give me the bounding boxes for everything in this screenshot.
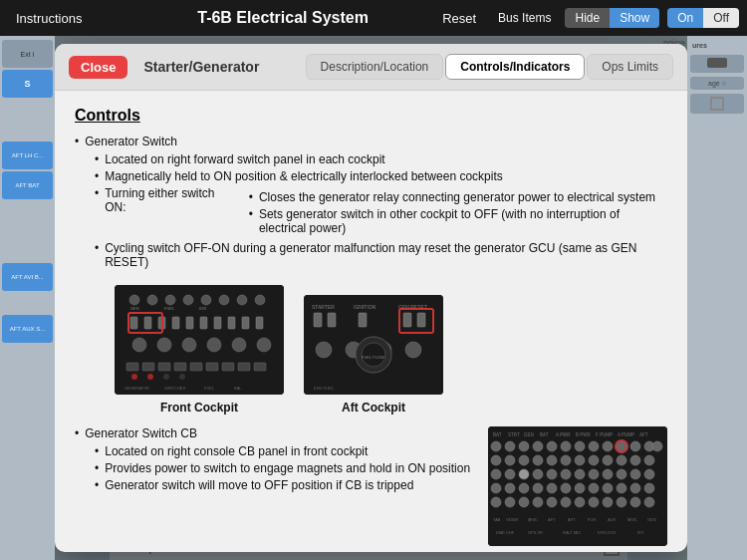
svg-text:BAT: BAT [540, 432, 549, 437]
svg-point-101 [519, 469, 529, 479]
off-button[interactable]: Off [703, 8, 739, 28]
hide-show-toggle: Hide Show [565, 8, 659, 28]
svg-text:GENERATOR: GENERATOR [124, 386, 149, 391]
svg-point-134 [644, 497, 654, 507]
svg-rect-53 [403, 313, 411, 327]
controls-list: Generator Switch [75, 135, 667, 148]
svg-point-133 [630, 497, 640, 507]
top-bar-controls: Bus Items Hide Show On Off [492, 8, 747, 28]
cb-subitems: Located on right console CB panel in fro… [75, 444, 472, 492]
svg-point-111 [491, 483, 501, 493]
svg-text:AFT: AFT [548, 517, 556, 522]
svg-point-92 [561, 455, 571, 465]
subitem-turning: Turning either switch ON: Closes the gen… [95, 186, 667, 238]
svg-point-90 [533, 455, 543, 465]
svg-point-79 [561, 441, 571, 451]
sidebar-item-aft-avi[interactable]: AFT AVI B... [2, 263, 53, 291]
svg-text:F PUMP: F PUMP [596, 432, 613, 437]
svg-point-41 [179, 374, 185, 380]
svg-point-105 [575, 469, 585, 479]
svg-point-84 [630, 441, 640, 451]
svg-point-97 [630, 455, 640, 465]
tab-ops-limits[interactable]: Ops Limits [587, 54, 673, 80]
svg-text:EFIS HYD: EFIS HYD [598, 530, 617, 535]
svg-text:BAT: BAT [493, 432, 502, 437]
svg-rect-19 [228, 317, 235, 329]
svg-rect-30 [142, 363, 154, 371]
top-bar: Instructions T-6B Electrical System Rese… [0, 0, 747, 36]
svg-text:GEN: GEN [524, 432, 534, 437]
svg-point-25 [182, 338, 196, 352]
svg-text:MISC: MISC [627, 517, 637, 522]
svg-text:A PWR: A PWR [556, 432, 571, 437]
svg-rect-31 [158, 363, 170, 371]
reset-button[interactable]: Reset [426, 11, 492, 26]
modal-overlay: Close Starter/Generator Description/Loca… [55, 36, 687, 560]
svg-point-6 [219, 295, 229, 305]
svg-point-129 [575, 497, 585, 507]
svg-rect-36 [238, 363, 250, 371]
sidebar-item-aft-lh[interactable]: AFT LH C... [2, 141, 53, 169]
subsubitem-closes: Closes the generator relay connecting ge… [249, 190, 667, 204]
svg-point-130 [589, 497, 599, 507]
cb-panel-image: BAT STRT GEN BAT A PWR B PWR F PUMP A PU… [488, 426, 667, 546]
svg-text:HDWR: HDWR [506, 517, 519, 522]
svg-rect-52 [359, 313, 367, 327]
tab-description[interactable]: Description/Location [306, 54, 444, 80]
on-button[interactable]: On [667, 8, 703, 28]
svg-point-82 [603, 441, 613, 451]
cockpit-images: GEN FUEL IGN [115, 285, 667, 415]
sidebar-item-aft-aux[interactable]: AFT AUX S... [2, 315, 53, 343]
svg-point-94 [589, 455, 599, 465]
modal-body: Controls Generator Switch Located on rig… [55, 91, 687, 552]
main-layout: Ext I S AFT LH C... AFT BAT AFT AVI B...… [0, 36, 747, 560]
generator-switch-label: Generator Switch [85, 135, 177, 148]
sidebar-item-s[interactable]: S [2, 70, 53, 98]
svg-rect-34 [206, 363, 218, 371]
svg-rect-16 [186, 317, 193, 329]
right-sidebar: ures age ○ [687, 36, 747, 560]
instructions-link[interactable]: Instructions [0, 11, 139, 26]
svg-text:RALT MIC: RALT MIC [563, 530, 581, 535]
subitem-cycling: Cycling switch OFF-ON during a generator… [95, 241, 667, 269]
generator-switch-subitems: Located on right forward switch panel in… [75, 152, 667, 269]
close-button[interactable]: Close [69, 56, 127, 79]
svg-point-103 [547, 469, 557, 479]
show-button[interactable]: Show [610, 8, 659, 28]
right-item-check [690, 94, 744, 114]
hide-button[interactable]: Hide [565, 8, 610, 28]
cb-subitem-2: Generator switch will move to OFF positi… [95, 478, 472, 492]
tab-controls-indicators[interactable]: Controls/Indicators [445, 54, 585, 80]
sidebar-item-aft-bat[interactable]: AFT BAT [2, 171, 53, 199]
list-item-cb: Generator Switch CB [75, 426, 472, 440]
svg-text:AFT: AFT [568, 517, 576, 522]
svg-point-109 [630, 469, 640, 479]
turning-subitems: Closes the generator relay connecting ge… [233, 190, 667, 238]
svg-point-24 [157, 338, 171, 352]
svg-point-86 [652, 441, 662, 451]
sidebar-item-ext: Ext I [2, 40, 53, 68]
svg-point-112 [505, 483, 515, 493]
svg-text:AFT: AFT [639, 432, 648, 437]
svg-point-39 [147, 374, 153, 380]
svg-point-59 [405, 342, 421, 358]
svg-rect-50 [314, 313, 322, 327]
svg-point-8 [255, 295, 265, 305]
list-item-generator-switch: Generator Switch [75, 135, 667, 148]
svg-point-124 [505, 497, 515, 507]
svg-point-1 [129, 295, 139, 305]
aft-cockpit-label: Aft Cockpit [342, 401, 405, 415]
svg-rect-15 [172, 317, 179, 329]
svg-rect-18 [214, 317, 221, 329]
modal-title: Starter/Generator [143, 59, 259, 75]
svg-point-128 [561, 497, 571, 507]
svg-point-77 [533, 441, 543, 451]
svg-point-118 [589, 483, 599, 493]
svg-text:FUEL: FUEL [164, 306, 175, 311]
svg-point-121 [630, 483, 640, 493]
cb-text: Generator Switch CB Located on right con… [75, 426, 472, 546]
svg-rect-29 [126, 363, 138, 371]
svg-point-5 [201, 295, 211, 305]
svg-point-95 [603, 455, 613, 465]
svg-point-78 [547, 441, 557, 451]
